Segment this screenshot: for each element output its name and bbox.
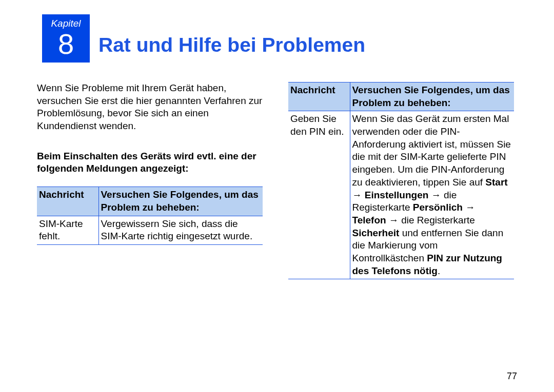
chapter-title: Rat und Hilfe bei Problemen	[98, 34, 365, 56]
table1-header-solution: Versuchen Sie Folgendes, um das Problem …	[98, 187, 263, 216]
chapter-block: Kapitel 8	[42, 14, 90, 63]
troubleshoot-table-2: Nachricht Versuchen Sie Folgendes, um da…	[288, 82, 514, 279]
table2-header-solution: Versuchen Sie Folgendes, um das Problem …	[350, 82, 514, 111]
left-column: Wenn Sie Probleme mit Ihrem Gerät haben,…	[37, 82, 263, 245]
table-row: SIM-Karte fehlt. Vergewissern Sie sich, …	[37, 216, 263, 244]
right-column: Nachricht Versuchen Sie Folgendes, um da…	[288, 82, 514, 279]
table-row: Geben Sie den PIN ein. Wenn Sie das Gerä…	[288, 111, 514, 279]
table2-cell-message: Geben Sie den PIN ein.	[288, 111, 350, 279]
table2-header-message: Nachricht	[288, 82, 350, 111]
chapter-number: 8	[42, 29, 90, 59]
page-number: 77	[507, 371, 517, 382]
section-heading: Beim Einschalten des Geräts wird evtl. e…	[37, 150, 263, 175]
troubleshoot-table-1: Nachricht Versuchen Sie Folgendes, um da…	[37, 187, 263, 245]
table1-cell-solution: Vergewissern Sie sich, dass die SIM-Kart…	[98, 216, 263, 244]
table1-header-message: Nachricht	[37, 187, 98, 216]
intro-text: Wenn Sie Probleme mit Ihrem Gerät haben,…	[37, 82, 263, 133]
table1-cell-message: SIM-Karte fehlt.	[37, 216, 98, 244]
table2-cell-solution: Wenn Sie das Gerät zum ersten Mal verwen…	[350, 111, 514, 279]
